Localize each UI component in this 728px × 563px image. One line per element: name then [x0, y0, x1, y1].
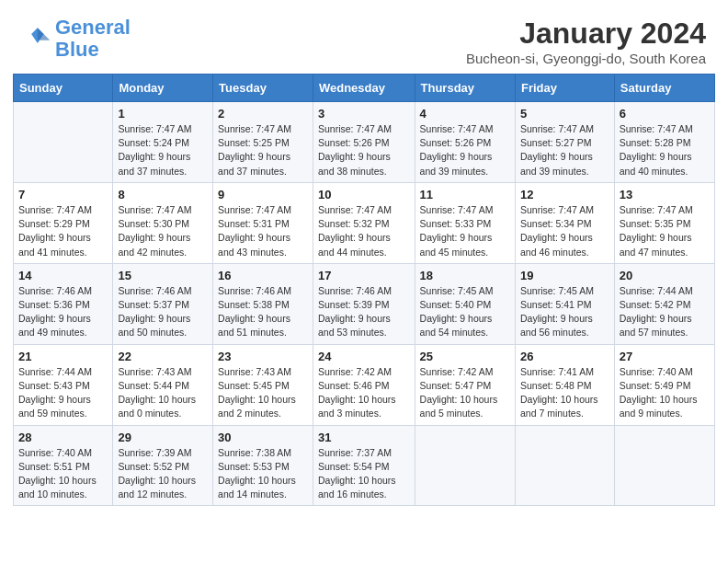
day-info: Sunrise: 7:40 AMSunset: 5:51 PMDaylight:… — [18, 446, 108, 502]
day-info: Sunrise: 7:46 AMSunset: 5:39 PMDaylight:… — [318, 284, 410, 340]
calendar-cell: 18Sunrise: 7:45 AMSunset: 5:40 PMDayligh… — [415, 263, 515, 344]
calendar-cell: 15Sunrise: 7:46 AMSunset: 5:37 PMDayligh… — [113, 263, 213, 344]
weekday-header-wednesday: Wednesday — [313, 75, 415, 102]
calendar-cell: 29Sunrise: 7:39 AMSunset: 5:52 PMDayligh… — [113, 425, 213, 506]
day-info: Sunrise: 7:43 AMSunset: 5:45 PMDaylight:… — [218, 365, 308, 421]
page-header: General Blue January 2024 Bucheon-si, Gy… — [0, 0, 728, 74]
day-info: Sunrise: 7:47 AMSunset: 5:31 PMDaylight:… — [218, 203, 308, 259]
calendar-cell: 7Sunrise: 7:47 AMSunset: 5:29 PMDaylight… — [14, 182, 113, 263]
calendar-table: SundayMondayTuesdayWednesdayThursdayFrid… — [13, 74, 715, 506]
calendar-cell: 22Sunrise: 7:43 AMSunset: 5:44 PMDayligh… — [113, 344, 213, 425]
week-row-5: 28Sunrise: 7:40 AMSunset: 5:51 PMDayligh… — [14, 425, 715, 506]
week-row-3: 14Sunrise: 7:46 AMSunset: 5:36 PMDayligh… — [14, 263, 715, 344]
day-info: Sunrise: 7:39 AMSunset: 5:52 PMDaylight:… — [118, 446, 208, 502]
day-info: Sunrise: 7:43 AMSunset: 5:44 PMDaylight:… — [118, 365, 208, 421]
day-info: Sunrise: 7:47 AMSunset: 5:30 PMDaylight:… — [118, 203, 208, 259]
day-info: Sunrise: 7:47 AMSunset: 5:26 PMDaylight:… — [318, 122, 410, 178]
day-number: 30 — [218, 431, 308, 444]
location-subtitle: Bucheon-si, Gyeonggi-do, South Korea — [466, 51, 706, 66]
day-number: 22 — [118, 350, 208, 363]
day-info: Sunrise: 7:44 AMSunset: 5:43 PMDaylight:… — [18, 365, 108, 421]
day-number: 9 — [218, 188, 308, 201]
day-number: 3 — [318, 107, 410, 121]
day-number: 29 — [118, 431, 208, 444]
day-info: Sunrise: 7:42 AMSunset: 5:47 PMDaylight:… — [420, 365, 510, 421]
day-number: 18 — [420, 269, 510, 282]
day-info: Sunrise: 7:47 AMSunset: 5:25 PMDaylight:… — [218, 122, 308, 178]
calendar-cell: 3Sunrise: 7:47 AMSunset: 5:26 PMDaylight… — [313, 102, 415, 183]
day-info: Sunrise: 7:37 AMSunset: 5:54 PMDaylight:… — [318, 446, 410, 502]
day-number: 31 — [318, 431, 410, 444]
calendar-cell: 11Sunrise: 7:47 AMSunset: 5:33 PMDayligh… — [415, 182, 515, 263]
day-number: 1 — [118, 107, 208, 121]
day-number: 13 — [620, 188, 710, 201]
calendar-cell: 12Sunrise: 7:47 AMSunset: 5:34 PMDayligh… — [515, 182, 614, 263]
day-number: 8 — [118, 188, 208, 201]
calendar-cell — [515, 425, 614, 506]
day-info: Sunrise: 7:46 AMSunset: 5:38 PMDaylight:… — [218, 284, 308, 340]
day-number: 5 — [520, 107, 609, 121]
day-number: 24 — [318, 350, 410, 363]
day-info: Sunrise: 7:38 AMSunset: 5:53 PMDaylight:… — [218, 446, 308, 502]
week-row-2: 7Sunrise: 7:47 AMSunset: 5:29 PMDaylight… — [14, 182, 715, 263]
svg-marker-1 — [38, 28, 50, 40]
title-block: January 2024 Bucheon-si, Gyeonggi-do, So… — [466, 17, 706, 66]
calendar-cell: 8Sunrise: 7:47 AMSunset: 5:30 PMDaylight… — [113, 182, 213, 263]
day-number: 21 — [18, 350, 108, 363]
day-info: Sunrise: 7:45 AMSunset: 5:41 PMDaylight:… — [520, 284, 609, 340]
weekday-header-friday: Friday — [515, 75, 614, 102]
calendar-cell: 20Sunrise: 7:44 AMSunset: 5:42 PMDayligh… — [614, 263, 714, 344]
calendar-cell: 10Sunrise: 7:47 AMSunset: 5:32 PMDayligh… — [313, 182, 415, 263]
day-info: Sunrise: 7:42 AMSunset: 5:46 PMDaylight:… — [318, 365, 410, 421]
day-number: 11 — [420, 188, 510, 201]
week-row-4: 21Sunrise: 7:44 AMSunset: 5:43 PMDayligh… — [14, 344, 715, 425]
day-number: 23 — [218, 350, 308, 363]
weekday-header-thursday: Thursday — [415, 75, 515, 102]
calendar-cell: 26Sunrise: 7:41 AMSunset: 5:48 PMDayligh… — [515, 344, 614, 425]
day-number: 16 — [218, 269, 308, 282]
day-number: 2 — [218, 107, 308, 121]
calendar-cell: 30Sunrise: 7:38 AMSunset: 5:53 PMDayligh… — [213, 425, 313, 506]
day-number: 10 — [318, 188, 410, 201]
day-number: 28 — [18, 431, 108, 444]
day-info: Sunrise: 7:47 AMSunset: 5:34 PMDaylight:… — [520, 203, 609, 259]
calendar-wrap: SundayMondayTuesdayWednesdayThursdayFrid… — [0, 74, 728, 519]
calendar-cell: 13Sunrise: 7:47 AMSunset: 5:35 PMDayligh… — [614, 182, 714, 263]
calendar-header: SundayMondayTuesdayWednesdayThursdayFrid… — [14, 75, 715, 102]
day-info: Sunrise: 7:47 AMSunset: 5:24 PMDaylight:… — [118, 122, 208, 178]
day-info: Sunrise: 7:44 AMSunset: 5:42 PMDaylight:… — [620, 284, 710, 340]
day-number: 15 — [118, 269, 208, 282]
weekday-header-sunday: Sunday — [14, 75, 113, 102]
calendar-body: 1Sunrise: 7:47 AMSunset: 5:24 PMDaylight… — [14, 102, 715, 506]
day-number: 20 — [620, 269, 710, 282]
week-row-1: 1Sunrise: 7:47 AMSunset: 5:24 PMDaylight… — [14, 102, 715, 183]
logo-icon — [22, 26, 51, 52]
day-number: 12 — [520, 188, 609, 201]
calendar-cell: 6Sunrise: 7:47 AMSunset: 5:28 PMDaylight… — [614, 102, 714, 183]
day-info: Sunrise: 7:46 AMSunset: 5:36 PMDaylight:… — [18, 284, 108, 340]
day-info: Sunrise: 7:47 AMSunset: 5:26 PMDaylight:… — [420, 122, 510, 178]
calendar-cell: 2Sunrise: 7:47 AMSunset: 5:25 PMDaylight… — [213, 102, 313, 183]
day-number: 19 — [520, 269, 609, 282]
calendar-cell — [14, 102, 113, 183]
day-number: 26 — [520, 350, 609, 363]
weekday-row: SundayMondayTuesdayWednesdayThursdayFrid… — [14, 75, 715, 102]
day-number: 27 — [620, 350, 710, 363]
day-info: Sunrise: 7:47 AMSunset: 5:32 PMDaylight:… — [318, 203, 410, 259]
day-info: Sunrise: 7:47 AMSunset: 5:35 PMDaylight:… — [620, 203, 710, 259]
weekday-header-saturday: Saturday — [614, 75, 714, 102]
calendar-cell — [614, 425, 714, 506]
page-container: General Blue January 2024 Bucheon-si, Gy… — [0, 0, 728, 519]
month-year-title: January 2024 — [466, 17, 706, 51]
day-info: Sunrise: 7:47 AMSunset: 5:29 PMDaylight:… — [18, 203, 108, 259]
calendar-cell: 25Sunrise: 7:42 AMSunset: 5:47 PMDayligh… — [415, 344, 515, 425]
calendar-cell: 28Sunrise: 7:40 AMSunset: 5:51 PMDayligh… — [14, 425, 113, 506]
day-number: 14 — [18, 269, 108, 282]
calendar-cell: 5Sunrise: 7:47 AMSunset: 5:27 PMDaylight… — [515, 102, 614, 183]
calendar-cell: 23Sunrise: 7:43 AMSunset: 5:45 PMDayligh… — [213, 344, 313, 425]
calendar-cell: 21Sunrise: 7:44 AMSunset: 5:43 PMDayligh… — [14, 344, 113, 425]
day-number: 25 — [420, 350, 510, 363]
logo-text-block: General Blue — [55, 17, 131, 61]
day-info: Sunrise: 7:47 AMSunset: 5:27 PMDaylight:… — [520, 122, 609, 178]
day-info: Sunrise: 7:40 AMSunset: 5:49 PMDaylight:… — [620, 365, 710, 421]
